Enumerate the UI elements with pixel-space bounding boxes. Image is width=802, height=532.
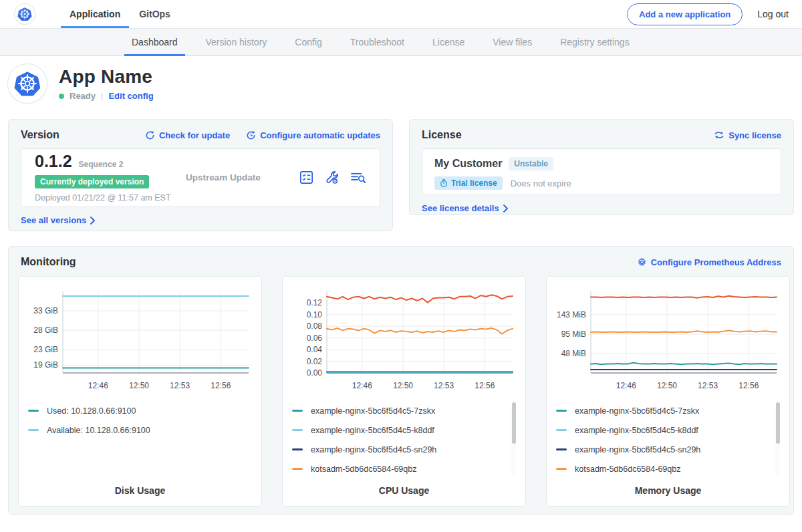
memory-chart-title: Memory Usage	[556, 485, 780, 496]
current-version-row: 0.1.2 Sequence 2 Currently deployed vers…	[21, 148, 380, 207]
legend-label: example-nginx-5bc6f5d4c5-k8ddf	[311, 426, 434, 435]
y-tick-label: 0.12	[307, 298, 323, 307]
legend-label: kotsadm-5db6dc6584-69qbz	[311, 464, 416, 474]
cpu-chart: 0.120.100.080.060.040.020.0012:4612:5012…	[292, 285, 516, 392]
legend-item: Available: 10.128.0.66:9100	[28, 420, 243, 440]
disk-legend: Used: 10.128.0.66:9100Available: 10.128.…	[28, 401, 252, 480]
see-all-versions-link[interactable]: See all versions	[21, 215, 96, 225]
legend-label: example-nginx-5bc6f5d4c5-7zskx	[575, 406, 699, 416]
subnav-item-dashboard[interactable]: Dashboard	[118, 29, 192, 55]
channel-badge: Unstable	[509, 157, 553, 170]
legend-item: Used: 10.128.0.66:9100	[28, 401, 243, 420]
x-tick-label: 12:53	[170, 381, 190, 390]
legend-swatch-icon	[556, 448, 567, 450]
scrollbar-thumb[interactable]	[776, 402, 780, 444]
configure-automatic-updates-link[interactable]: Configure automatic updates	[246, 130, 380, 140]
legend-swatch-icon	[556, 429, 567, 431]
memory-legend[interactable]: example-nginx-5bc6f5d4c5-7zskxexample-ng…	[556, 401, 780, 480]
configure-prometheus-link[interactable]: Configure Prometheus Address	[637, 257, 781, 267]
disk-chart: 33 GiB28 GiB23 GiB19 GiB12:4612:5012:531…	[28, 285, 252, 392]
subnav-item-license[interactable]: License	[418, 29, 479, 55]
check-for-update-link[interactable]: Check for update	[145, 130, 230, 140]
auto-update-clock-icon	[246, 130, 256, 140]
legend-label: example-nginx-5bc6f5d4c5-sn29h	[575, 445, 700, 454]
y-tick-label: 0.10	[307, 310, 323, 319]
y-tick-label: 0.04	[307, 345, 323, 354]
app-status: Ready	[70, 91, 96, 101]
disk-chart-panel: 33 GiB28 GiB23 GiB19 GiB12:4612:5012:531…	[18, 276, 262, 507]
disk-chart-title: Disk Usage	[28, 485, 252, 496]
legend-scrollbar[interactable]	[775, 401, 780, 476]
primary-tab-application[interactable]: Application	[60, 0, 130, 28]
legend-label: example-nginx-5bc6f5d4c5-sn29h	[311, 445, 436, 454]
legend-item: example-nginx-5bc6f5d4c5-7zskx	[556, 401, 771, 420]
x-tick-label: 12:46	[88, 381, 108, 390]
edit-config-link[interactable]: Edit config	[108, 91, 153, 101]
y-tick-label: 33 GiB	[33, 306, 58, 315]
legend-item: example-nginx-5bc6f5d4c5-7zskx	[292, 401, 507, 420]
memory-chart: 143 MiB95 MiB48 MiB12:4612:5012:5312:56	[556, 285, 780, 392]
cpu-chart-title: CPU Usage	[292, 485, 516, 496]
stopwatch-icon	[440, 179, 448, 188]
legend-scrollbar[interactable]	[511, 401, 516, 476]
x-tick-label: 12:50	[657, 381, 677, 390]
currently-deployed-badge: Currently deployed version	[35, 175, 149, 188]
legend-swatch-icon	[292, 448, 303, 450]
y-tick-label: 0.06	[307, 334, 323, 343]
legend-swatch-icon	[292, 429, 303, 431]
x-tick-label: 12:50	[129, 381, 149, 390]
preflight-checks-icon[interactable]	[299, 170, 314, 185]
y-tick-label: 23 GiB	[33, 345, 58, 354]
x-tick-label: 12:46	[352, 381, 372, 390]
license-card-title: License	[422, 129, 462, 141]
y-tick-label: 48 MiB	[561, 349, 586, 358]
license-card: License Sync license My Customer Unstabl…	[409, 119, 794, 215]
subnav-item-config[interactable]: Config	[281, 29, 336, 55]
chevron-right-icon	[503, 205, 509, 213]
legend-item: example-nginx-5bc6f5d4c5-k8ddf	[292, 420, 507, 440]
see-license-details-link[interactable]: See license details	[422, 203, 509, 213]
y-tick-label: 95 MiB	[561, 329, 586, 339]
view-diff-icon[interactable]	[350, 170, 366, 185]
config-wrench-icon[interactable]	[324, 170, 340, 185]
primary-tab-gitops[interactable]: GitOps	[130, 0, 180, 28]
monitoring-title: Monitoring	[21, 256, 76, 268]
sync-license-link[interactable]: Sync license	[714, 130, 781, 140]
y-tick-label: 28 GiB	[33, 325, 58, 335]
x-tick-label: 12:56	[475, 381, 495, 390]
y-tick-label: 19 GiB	[33, 360, 58, 370]
memory-chart-panel: 143 MiB95 MiB48 MiB12:4612:5012:5312:56e…	[546, 276, 790, 507]
cpu-legend[interactable]: example-nginx-5bc6f5d4c5-7zskxexample-ng…	[292, 401, 516, 480]
x-tick-label: 12:46	[616, 381, 636, 390]
sync-arrows-icon	[714, 130, 724, 140]
app-header: App Name Ready | Edit config	[0, 56, 802, 112]
legend-label: Used: 10.128.0.66:9100	[47, 406, 136, 416]
subnav-item-registry-settings[interactable]: Registry settings	[546, 29, 643, 55]
app-sub-nav: DashboardVersion historyConfigTroublesho…	[0, 28, 802, 56]
status-dot-icon	[59, 94, 64, 99]
legend-label: example-nginx-5bc6f5d4c5-7zskx	[311, 406, 435, 416]
license-summary-row: My Customer Unstable Trial license Does …	[422, 148, 781, 195]
legend-item: example-nginx-5bc6f5d4c5-sn29h	[292, 440, 507, 459]
scrollbar-thumb[interactable]	[512, 402, 516, 444]
refresh-icon	[145, 130, 155, 140]
add-new-application-button[interactable]: Add a new application	[627, 3, 743, 25]
subnav-item-view-files[interactable]: View files	[479, 29, 546, 55]
legend-label: Available: 10.128.0.66:9100	[47, 426, 150, 435]
page-title: App Name	[59, 66, 154, 88]
monitoring-card: Monitoring Configure Prometheus Address …	[8, 246, 794, 515]
gear-icon	[637, 257, 647, 267]
subnav-item-troubleshoot[interactable]: Troubleshoot	[336, 29, 418, 55]
y-tick-label: 0.02	[307, 357, 323, 366]
legend-label: kotsadm-5db6dc6584-69qbz	[575, 464, 680, 474]
charts-row: 33 GiB28 GiB23 GiB19 GiB12:4612:5012:531…	[18, 276, 784, 507]
license-expiry-text: Does not expire	[511, 178, 571, 188]
legend-item: example-nginx-5bc6f5d4c5-sn29h	[556, 440, 771, 459]
legend-item: kotsadm-5db6dc6584-69qbz	[556, 459, 771, 479]
legend-swatch-icon	[556, 468, 567, 470]
logout-button[interactable]: Log out	[757, 9, 789, 19]
y-tick-label: 0.08	[307, 321, 323, 331]
divider: |	[101, 91, 103, 101]
customer-name: My Customer	[434, 158, 502, 170]
subnav-item-version-history[interactable]: Version history	[192, 29, 281, 55]
